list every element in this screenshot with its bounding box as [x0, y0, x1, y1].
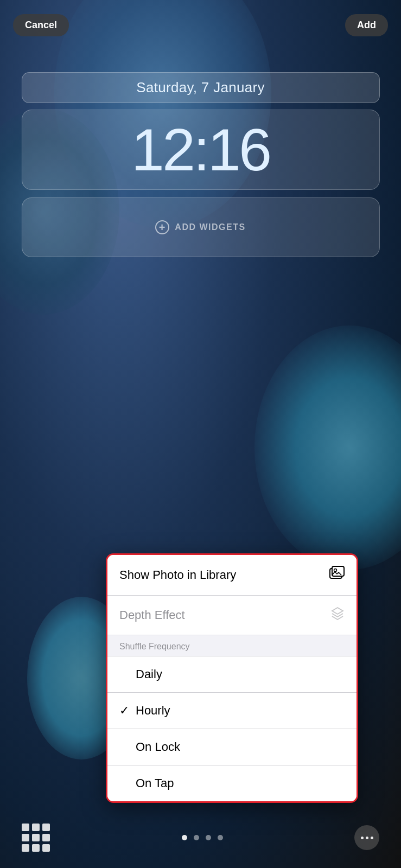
- on-tap-label: On Tap: [136, 776, 174, 790]
- grid-dot: [32, 824, 40, 831]
- on-lock-label: On Lock: [136, 740, 180, 754]
- page-dot-3: [206, 835, 211, 840]
- show-photo-menu-item[interactable]: Show Photo in Library: [107, 555, 357, 596]
- daily-label: Daily: [136, 667, 162, 681]
- hourly-menu-item[interactable]: ✓ Hourly: [107, 693, 357, 729]
- page-indicator: [182, 835, 223, 840]
- time-container: 12:16: [22, 110, 380, 190]
- grid-dot: [42, 834, 50, 841]
- layers-icon: [330, 607, 345, 624]
- page-dot-2: [194, 835, 199, 840]
- cancel-button[interactable]: Cancel: [13, 14, 69, 36]
- grid-dot: [32, 834, 40, 841]
- on-lock-menu-item[interactable]: On Lock: [107, 729, 357, 765]
- show-photo-label: Show Photo in Library: [119, 568, 236, 582]
- depth-effect-label: Depth Effect: [119, 608, 185, 622]
- depth-effect-menu-item[interactable]: Depth Effect: [107, 596, 357, 635]
- grid-view-button[interactable]: [22, 824, 50, 852]
- context-menu: Show Photo in Library Depth Effect Shuff…: [106, 553, 358, 803]
- grid-dot: [22, 824, 29, 831]
- grid-dot: [42, 824, 50, 831]
- shuffle-frequency-header: Shuffle Frequency: [107, 635, 357, 656]
- date-text: Saturday, 7 January: [136, 79, 264, 95]
- page-dot-4: [218, 835, 223, 840]
- svg-rect-1: [332, 566, 344, 576]
- time-display: 12:16: [131, 116, 270, 183]
- grid-dot: [22, 834, 29, 841]
- more-dots-icon: [361, 837, 373, 839]
- more-dot: [366, 837, 368, 839]
- add-widgets-label: ADD WIDGETS: [175, 222, 245, 232]
- grid-dot: [22, 844, 29, 852]
- on-tap-menu-item[interactable]: On Tap: [107, 765, 357, 801]
- widgets-area[interactable]: + ADD WIDGETS: [22, 197, 380, 257]
- date-container: Saturday, 7 January: [22, 72, 380, 103]
- grid-dot: [42, 844, 50, 852]
- bottom-bar: [0, 824, 401, 852]
- top-bar: Cancel Add: [0, 5, 401, 45]
- more-options-button[interactable]: [354, 825, 379, 850]
- hourly-label: Hourly: [136, 704, 170, 718]
- page-dot-1: [182, 835, 187, 840]
- photo-library-icon: [329, 566, 345, 584]
- hourly-checkmark-icon: ✓: [119, 704, 136, 718]
- add-widgets-button[interactable]: + ADD WIDGETS: [155, 220, 245, 234]
- more-dot: [371, 837, 373, 839]
- shuffle-frequency-label: Shuffle Frequency: [119, 642, 190, 651]
- daily-menu-item[interactable]: Daily: [107, 656, 357, 693]
- add-button[interactable]: Add: [345, 14, 388, 36]
- plus-icon: +: [155, 220, 169, 234]
- grid-dot: [32, 844, 40, 852]
- more-dot: [361, 837, 364, 839]
